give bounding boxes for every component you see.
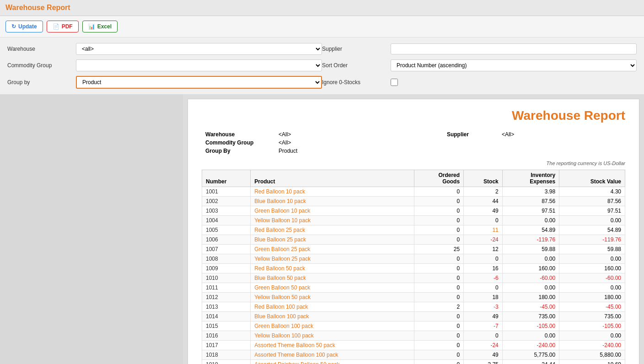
cell-product[interactable]: Yellow Balloon 50 pack — [251, 293, 414, 302]
cell-inventory: -105.00 — [502, 321, 559, 331]
cell-stock: 12 — [464, 245, 503, 254]
cell-number: 1013 — [202, 302, 251, 312]
pdf-button[interactable]: 📄 PDF — [47, 21, 79, 32]
table-row: 1002Blue Balloon 10 pack04487.5687.56 — [202, 197, 625, 206]
cell-number: 1018 — [202, 350, 251, 360]
cell-product[interactable]: Yellow Balloon 100 pack — [251, 331, 414, 341]
cell-inventory: -45.00 — [502, 302, 559, 312]
meta-groupby-value: Product — [275, 147, 443, 155]
cell-value: 59.88 — [559, 245, 625, 254]
pdf-icon: 📄 — [53, 23, 59, 30]
cell-product[interactable]: Yellow Balloon 25 pack — [251, 254, 414, 264]
cell-inventory: 5,775.00 — [502, 350, 559, 360]
cell-ordered: 0 — [414, 360, 464, 364]
cell-inventory: 54.89 — [502, 225, 559, 235]
cell-product[interactable]: Blue Balloon 50 pack — [251, 273, 414, 283]
cell-stock: 11 — [464, 225, 503, 235]
cell-value: 160.00 — [559, 264, 625, 273]
cell-stock: -24 — [464, 341, 503, 350]
cell-number: 1015 — [202, 321, 251, 331]
cell-inventory: 180.00 — [502, 293, 559, 302]
cell-inventory: -240.00 — [502, 341, 559, 350]
cell-ordered: 0 — [414, 197, 464, 206]
table-row: 1006Blue Balloon 25 pack0-24-119.76-119.… — [202, 235, 625, 245]
cell-stock: 49 — [464, 312, 503, 321]
cell-ordered: 2 — [414, 302, 464, 312]
cell-number: 1011 — [202, 283, 251, 293]
sort-order-select[interactable]: Product Number (ascending) — [391, 59, 637, 71]
cell-stock: 18 — [464, 293, 503, 302]
table-row: 1017Assorted Theme Balloon 50 pack0-24-2… — [202, 341, 625, 350]
table-row: 1008Yellow Balloon 25 pack000.000.00 — [202, 254, 625, 264]
cell-product[interactable]: Assorted Theme Balloon 50 pack — [251, 341, 414, 350]
table-row: 1014Blue Balloon 100 pack049735.00735.00 — [202, 312, 625, 321]
cell-number: 1007 — [202, 245, 251, 254]
cell-product[interactable]: Red Balloon 100 pack — [251, 302, 414, 312]
cell-stock: -6 — [464, 273, 503, 283]
excel-button[interactable]: 📊 Excel — [82, 21, 118, 32]
cell-number: 1002 — [202, 197, 251, 206]
group-by-select[interactable]: Product — [76, 76, 322, 89]
cell-product[interactable]: Assorted Theme Balloon 100 pack — [251, 350, 414, 360]
meta-commodity-value: <All> — [275, 139, 443, 147]
cell-inventory: -60.00 — [502, 273, 559, 283]
table-row: 1005Red Balloon 25 pack01154.8954.89 — [202, 225, 625, 235]
table-row: 1019Assorted Rainbow Balloon 50 pack03.7… — [202, 360, 625, 364]
cell-value: 0.00 — [559, 216, 625, 225]
cell-product[interactable]: Red Balloon 50 pack — [251, 264, 414, 273]
cell-value: 5,880.00 — [559, 350, 625, 360]
table-row: 1010Blue Balloon 50 pack0-6-60.00-60.00 — [202, 273, 625, 283]
cell-value: 735.00 — [559, 312, 625, 321]
cell-ordered: 0 — [414, 235, 464, 245]
group-by-label: Group by — [7, 79, 76, 86]
col-value: Stock Value — [559, 170, 625, 187]
cell-inventory: 59.88 — [502, 245, 559, 254]
cell-inventory: 0.00 — [502, 254, 559, 264]
warehouse-label: Warehouse — [7, 46, 76, 52]
cell-product[interactable]: Blue Balloon 25 pack — [251, 235, 414, 245]
cell-product[interactable]: Red Balloon 25 pack — [251, 225, 414, 235]
cell-ordered: 0 — [414, 273, 464, 283]
cell-product[interactable]: Green Balloon 50 pack — [251, 283, 414, 293]
table-row: 1007Green Balloon 25 pack251259.8859.88 — [202, 245, 625, 254]
cell-product[interactable]: Yellow Balloon 10 pack — [251, 216, 414, 225]
cell-product[interactable]: Green Balloon 10 pack — [251, 206, 414, 216]
cell-product[interactable]: Green Balloon 100 pack — [251, 321, 414, 331]
currency-note: The reporting currency is US-Dollar — [202, 161, 625, 166]
cell-inventory: 0.00 — [502, 283, 559, 293]
warehouse-select[interactable]: <all> — [76, 43, 322, 55]
cell-number: 1008 — [202, 254, 251, 264]
cell-value: 4.30 — [559, 187, 625, 197]
cell-ordered: 0 — [414, 206, 464, 216]
cell-product[interactable]: Assorted Rainbow Balloon 50 pack — [251, 360, 414, 364]
cell-value: -105.00 — [559, 321, 625, 331]
cell-value: -60.00 — [559, 273, 625, 283]
table-row: 1018Assorted Theme Balloon 100 pack0495,… — [202, 350, 625, 360]
cell-product[interactable]: Blue Balloon 10 pack — [251, 197, 414, 206]
ignore-0-stocks-checkbox[interactable] — [391, 79, 398, 86]
cell-inventory: 87.56 — [502, 197, 559, 206]
col-stock: Stock — [464, 170, 503, 187]
cell-ordered: 25 — [414, 245, 464, 254]
cell-ordered: 0 — [414, 254, 464, 264]
sidebar — [0, 94, 183, 364]
meta-supplier-value: <All> — [498, 130, 625, 139]
cell-value: 19.69 — [559, 360, 625, 364]
update-button[interactable]: ↻ Update — [5, 21, 43, 32]
cell-inventory: 24.44 — [502, 360, 559, 364]
cell-stock: 2 — [464, 187, 503, 197]
cell-ordered: 0 — [414, 350, 464, 360]
cell-product[interactable]: Blue Balloon 100 pack — [251, 312, 414, 321]
cell-value: 87.56 — [559, 197, 625, 206]
commodity-group-select[interactable] — [76, 59, 322, 71]
supplier-input[interactable] — [391, 43, 637, 54]
ignore-0-stocks-label: Ignore 0-Stocks — [322, 79, 391, 86]
meta-groupby-label: Group By — [202, 147, 275, 155]
table-row: 1011Green Balloon 50 pack000.000.00 — [202, 283, 625, 293]
cell-stock: 49 — [464, 350, 503, 360]
cell-product[interactable]: Green Balloon 25 pack — [251, 245, 414, 254]
cell-stock: 0 — [464, 331, 503, 341]
cell-number: 1016 — [202, 331, 251, 341]
cell-stock: 0 — [464, 254, 503, 264]
cell-product[interactable]: Red Balloon 10 pack — [251, 187, 414, 197]
